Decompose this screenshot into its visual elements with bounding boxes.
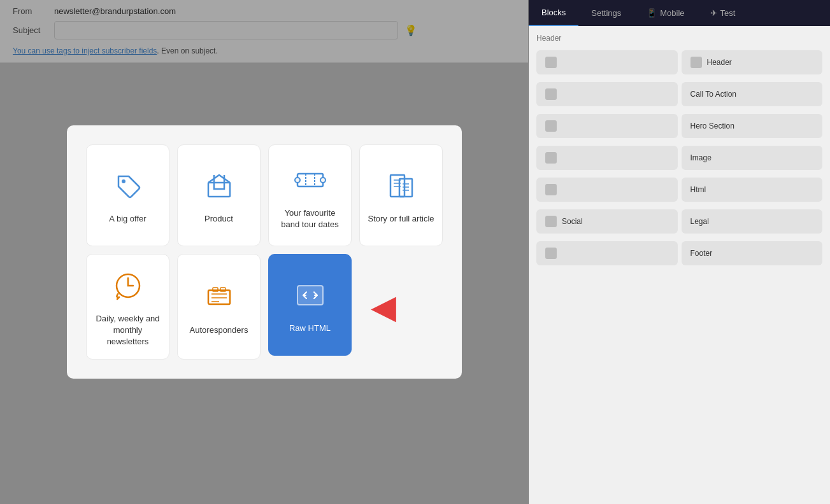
sidebar-block-call-to-action[interactable]: Call To Action: [682, 82, 823, 106]
send-icon: ✈: [710, 8, 717, 18]
card-story-label: Story or full article: [368, 213, 434, 225]
sidebar-block-header-label: Header: [707, 58, 732, 67]
autorespond-icon: [203, 281, 235, 313]
tab-mobile[interactable]: 📱 Mobile: [634, 0, 697, 26]
block-icon: [545, 88, 557, 100]
card-autoresponders-label: Autoresponders: [190, 325, 248, 336]
sidebar-block-hero-section[interactable]: Hero Section: [682, 114, 823, 138]
html-blocks-row: Html: [536, 178, 822, 206]
svg-rect-6: [399, 179, 412, 197]
block-icon: [545, 152, 557, 164]
tab-mobile-label: Mobile: [660, 8, 684, 18]
footer-blocks-row: Footer: [536, 241, 822, 269]
mobile-icon: 📱: [647, 8, 657, 18]
sidebar-block-cta-label: Call To Action: [690, 90, 737, 99]
header-blocks-row: Header: [536, 50, 822, 78]
social-legal-row: Social Legal: [536, 209, 822, 237]
clock-icon: [112, 270, 144, 302]
sidebar-blocks-area: Header Header Call To Action H: [529, 26, 830, 281]
box-icon: [203, 170, 235, 202]
sidebar-tabs: Blocks Settings 📱 Mobile ✈ Test: [529, 0, 830, 26]
card-band-tour[interactable]: Your favourite band tour dates: [268, 144, 352, 246]
card-band-tour-label: Your favourite band tour dates: [275, 207, 345, 230]
sidebar-block-header-placeholder1[interactable]: [536, 50, 678, 74]
tab-blocks[interactable]: Blocks: [529, 0, 578, 26]
card-raw-html-label: Raw HTML: [289, 323, 331, 334]
block-icon: [545, 216, 557, 227]
image-blocks-row: Image: [536, 146, 822, 174]
hero-blocks-row: Hero Section: [536, 114, 822, 142]
cta-blocks-row: Call To Action: [536, 82, 822, 110]
tab-settings[interactable]: Settings: [578, 0, 634, 26]
sidebar-block-placeholder2[interactable]: [536, 82, 678, 106]
modal-cards-grid: A big offer Product: [86, 144, 443, 360]
sidebar-block-hero-label: Hero Section: [690, 122, 734, 130]
sidebar-block-social[interactable]: Social: [536, 209, 678, 234]
svg-point-4: [320, 178, 326, 183]
sidebar-block-header-item[interactable]: Header: [682, 50, 823, 74]
block-icon: [545, 184, 557, 195]
html-code-icon: [294, 279, 326, 311]
sidebar-block-placeholder4[interactable]: [536, 146, 678, 170]
modal-overlay[interactable]: A big offer Product: [0, 0, 529, 504]
card-raw-html[interactable]: Raw HTML: [268, 254, 352, 356]
card-autoresponders[interactable]: Autoresponders: [177, 254, 261, 360]
block-icon: [545, 248, 557, 259]
sidebar-block-legal-label: Legal: [690, 217, 709, 226]
sidebar-block-html[interactable]: Html: [682, 178, 823, 202]
tag-icon: [112, 170, 144, 202]
card-story[interactable]: Story or full article: [359, 144, 443, 246]
card-big-offer[interactable]: A big offer: [86, 144, 169, 246]
block-icon: [690, 57, 702, 68]
card-product-label: Product: [204, 213, 233, 225]
sidebar-block-image[interactable]: Image: [682, 146, 823, 170]
tab-blocks-label: Blocks: [541, 8, 566, 17]
block-icon: [545, 57, 557, 68]
sidebar-block-footer[interactable]: Footer: [682, 241, 823, 265]
svg-point-0: [122, 179, 125, 183]
raw-html-wrapper: Raw HTML ◀: [268, 254, 352, 360]
ticket-icon: [294, 164, 326, 196]
card-big-offer-label: A big offer: [109, 213, 146, 225]
tab-test-label: Test: [720, 8, 736, 18]
svg-rect-11: [297, 286, 323, 305]
card-newsletters[interactable]: Daily, weekly and monthly newsletters: [86, 254, 169, 360]
sidebar-block-footer-label: Footer: [690, 249, 713, 258]
sidebar-block-footer-icon[interactable]: [536, 241, 678, 265]
article-icon: [385, 170, 417, 202]
sidebar-block-image-label: Image: [690, 153, 712, 162]
arrow-indicator: ◀: [371, 290, 396, 323]
tab-settings-label: Settings: [591, 8, 621, 18]
sidebar-block-html-label: Html: [690, 185, 706, 194]
svg-rect-2: [297, 174, 323, 186]
right-sidebar: Blocks Settings 📱 Mobile ✈ Test Header H…: [529, 0, 830, 504]
sidebar-block-legal[interactable]: Legal: [682, 209, 823, 234]
card-product[interactable]: Product: [177, 144, 261, 246]
sidebar-block-social-label: Social: [562, 217, 583, 226]
card-newsletters-label: Daily, weekly and monthly newsletters: [93, 313, 162, 348]
tab-test[interactable]: ✈ Test: [698, 0, 748, 26]
modal-dialog: A big offer Product: [67, 125, 462, 379]
block-icon: [545, 120, 557, 132]
sidebar-block-placeholder5[interactable]: [536, 178, 678, 202]
sidebar-block-placeholder3[interactable]: [536, 114, 678, 138]
svg-point-3: [295, 178, 300, 183]
sidebar-section-header: Header: [536, 34, 822, 43]
